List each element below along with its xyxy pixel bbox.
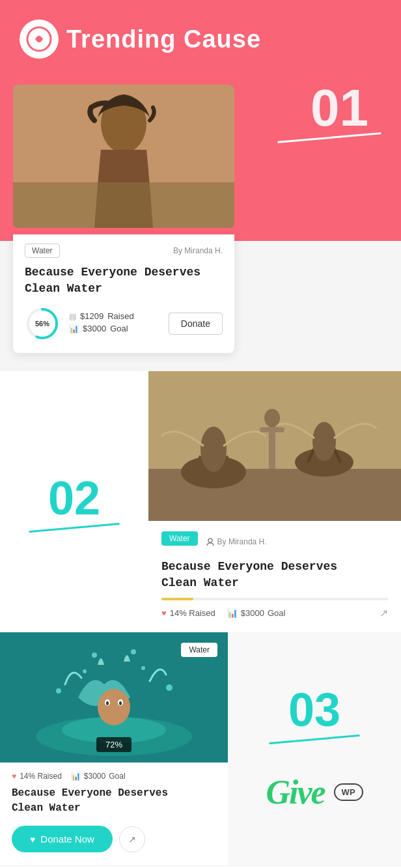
section3-right: 03 Give WP bbox=[228, 632, 401, 865]
goal-icon: 📊 bbox=[69, 324, 79, 333]
svg-rect-3 bbox=[13, 182, 234, 228]
card1-raised-info: ▤ $1209 Raised 📊 $3000 Goal bbox=[69, 311, 159, 336]
section3: Water 72% ♥ 14% Raised 📊 $3000 Goal Beca… bbox=[0, 632, 401, 865]
card1-raised-line: ▤ $1209 Raised bbox=[69, 311, 159, 321]
section2-card: Water By Miranda H. Because Everyone Des… bbox=[148, 521, 401, 632]
section3-pct-badge: 72% bbox=[96, 737, 131, 752]
card1-title: Because Everyone Deserves Clean Water bbox=[25, 264, 223, 297]
section2-author: By Miranda H. bbox=[206, 537, 267, 546]
raised-icon: ▤ bbox=[69, 312, 76, 321]
card1-goal-line: 📊 $3000 Goal bbox=[69, 324, 159, 333]
section3-image: Water 72% bbox=[0, 632, 228, 763]
header-top: Trending Cause bbox=[20, 20, 381, 59]
number-03-underline bbox=[269, 735, 360, 744]
svg-point-18 bbox=[208, 539, 212, 542]
section2-raised-item: ♥ 14% Raised bbox=[161, 608, 215, 618]
card1-circle-progress: 56% bbox=[25, 306, 60, 341]
section2-goal-item: 📊 $3000 Goal bbox=[227, 608, 286, 618]
svg-point-17 bbox=[264, 409, 280, 427]
wp-badge: WP bbox=[334, 783, 363, 801]
card1-pct-label: 56% bbox=[35, 320, 49, 328]
section3-btn-row: ♥ Donate Now ↗ bbox=[12, 826, 216, 852]
card1-author: By Miranda H. bbox=[173, 246, 223, 255]
give-logo: Give bbox=[266, 773, 324, 811]
section2-card-title: Because Everyone Deserves Clean Water bbox=[161, 559, 388, 591]
svg-point-27 bbox=[56, 688, 61, 693]
section3-goal-item: 📊 $3000 Goal bbox=[71, 772, 126, 781]
card1-donate-button[interactable]: Donate bbox=[169, 313, 223, 335]
donate-now-button[interactable]: ♥ Donate Now bbox=[12, 826, 113, 852]
section2-image bbox=[148, 371, 401, 521]
svg-point-11 bbox=[200, 427, 227, 472]
card1-tag: Water bbox=[25, 244, 60, 258]
section3-raised-item: ♥ 14% Raised bbox=[12, 772, 62, 781]
card1-progress-row: 56% ▤ $1209 Raised 📊 $3000 Goal Donate bbox=[25, 306, 223, 341]
card1-tag-row: Water By Miranda H. bbox=[25, 244, 223, 258]
svg-point-15 bbox=[312, 422, 336, 461]
number-02: 02 bbox=[48, 475, 100, 522]
header-title: Trending Cause bbox=[66, 25, 261, 53]
footer: F FundBux Charity·Foundation bbox=[0, 865, 401, 868]
svg-point-31 bbox=[92, 652, 97, 658]
section2-right: Water By Miranda H. Because Everyone Des… bbox=[148, 371, 401, 632]
svg-point-26 bbox=[119, 701, 122, 705]
number-01: 01 bbox=[311, 78, 368, 138]
svg-point-22 bbox=[98, 689, 130, 725]
svg-point-29 bbox=[83, 669, 87, 673]
card1-body: Water By Miranda H. Because Everyone Des… bbox=[13, 234, 234, 353]
section2: 02 bbox=[0, 371, 401, 632]
svg-point-25 bbox=[106, 701, 109, 705]
givewp-section: Give WP bbox=[266, 773, 363, 811]
section3-left: Water 72% ♥ 14% Raised 📊 $3000 Goal Beca… bbox=[0, 632, 228, 865]
section2-left: 02 bbox=[0, 371, 148, 632]
svg-point-28 bbox=[166, 684, 173, 691]
svg-point-30 bbox=[141, 666, 145, 670]
section3-raised-row: ♥ 14% Raised 📊 $3000 Goal bbox=[12, 772, 216, 781]
logo-icon bbox=[20, 20, 59, 59]
section2-tag: Water bbox=[161, 531, 198, 546]
section3-share-button[interactable]: ↗ bbox=[119, 826, 145, 852]
number-03: 03 bbox=[288, 686, 340, 733]
card1-image bbox=[13, 85, 234, 228]
section3-card-title: Because Everyone Deserves Clean Water bbox=[12, 786, 216, 815]
number-02-underline bbox=[29, 523, 120, 533]
header-section: Trending Cause 01 bbox=[0, 0, 401, 241]
section2-progress-bar bbox=[161, 598, 388, 600]
section2-share-icon[interactable]: ↗ bbox=[380, 607, 388, 619]
section3-water-badge: Water bbox=[181, 643, 217, 657]
section2-progress-fill bbox=[161, 598, 193, 600]
section2-raised-row: ♥ 14% Raised 📊 $3000 Goal ↗ bbox=[161, 607, 388, 619]
section3-card: ♥ 14% Raised 📊 $3000 Goal Because Everyo… bbox=[0, 763, 228, 865]
svg-point-32 bbox=[131, 649, 136, 654]
